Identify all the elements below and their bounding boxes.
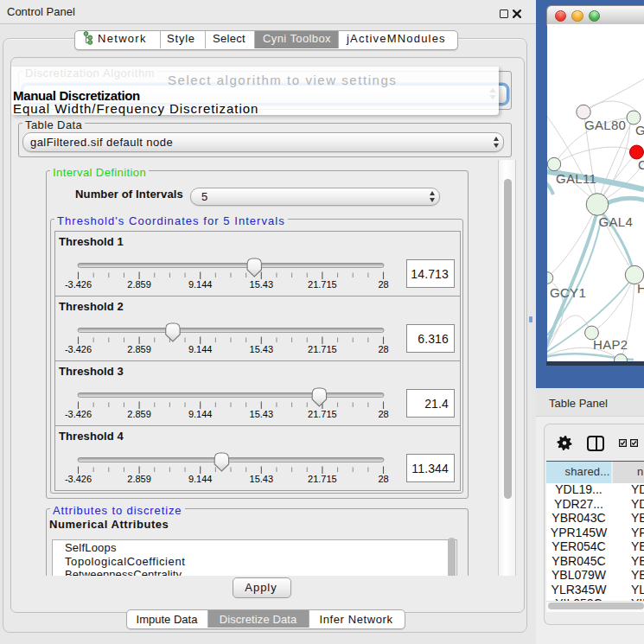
svg-text:GAL80: GAL80 — [584, 118, 626, 132]
svg-text:HAP2: HAP2 — [593, 337, 628, 352]
svg-text:GAL4: GAL4 — [599, 214, 634, 229]
svg-text:GCY1: GCY1 — [550, 285, 586, 300]
svg-text:C: C — [638, 157, 644, 172]
svg-text:G.: G. — [635, 123, 644, 137]
svg-text:GAL11: GAL11 — [556, 171, 596, 186]
svg-text:H: H — [637, 281, 644, 296]
